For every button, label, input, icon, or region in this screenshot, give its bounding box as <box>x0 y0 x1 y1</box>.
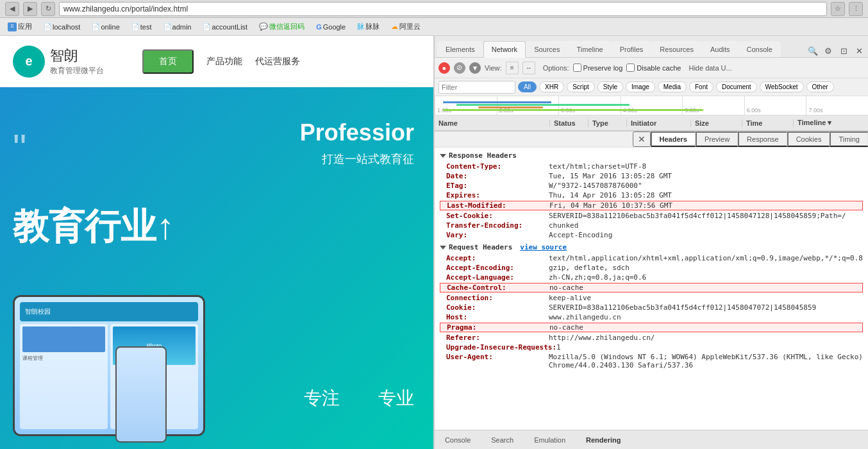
filter-media[interactable]: Media <box>658 81 687 92</box>
bottom-tab-rendering[interactable]: Rendering <box>581 434 626 446</box>
logo-icon: e <box>13 46 45 78</box>
bookmark-label: accountList <box>212 23 247 31</box>
bookmark-online[interactable]: 📄 online <box>88 22 123 32</box>
google-icon: G <box>316 23 322 31</box>
bottom-tab-emulation[interactable]: Emulation <box>529 434 571 446</box>
refresh-button[interactable]: ↻ <box>41 2 55 16</box>
tablet-screen: 智朗校园 课程管理 Photo <box>15 297 203 434</box>
filter-all[interactable]: All <box>518 81 537 92</box>
bookmark-google[interactable]: G Google <box>312 22 349 32</box>
quote-decoration: " <box>13 126 26 170</box>
devtools-close-icon[interactable]: ✕ <box>853 44 865 57</box>
bookmark-label: 阿里云 <box>399 22 421 31</box>
bookmark-aliyun[interactable]: ☁ 阿里云 <box>387 21 424 33</box>
header-val: Fri, 04 Mar 2016 10:37:56 GMT <box>549 201 672 210</box>
header-date: Date: Tue, 15 Mar 2016 13:05:28 GMT <box>440 172 863 180</box>
filter-xhr[interactable]: XHR <box>539 81 564 92</box>
detail-tab-response[interactable]: Response <box>738 131 787 147</box>
header-val: W/"9372-1457087876000" <box>549 182 642 190</box>
bookmark-test[interactable]: 📄 test <box>128 22 156 32</box>
filter-script[interactable]: Script <box>567 81 595 92</box>
network-toolbar: ● ⊘ ▼ View: ≡ ↔ Options: Preserve log Di… <box>435 58 868 78</box>
detail-tab-headers[interactable]: Headers <box>651 131 696 147</box>
hero-focus: 专注 <box>304 386 340 411</box>
bookmark-localhost[interactable]: 📄 localhost <box>40 22 84 32</box>
back-button[interactable]: ◀ <box>5 2 19 16</box>
view-list-button[interactable]: ↔ <box>522 62 535 74</box>
filter-document[interactable]: Document <box>716 81 757 92</box>
filter-font[interactable]: Font <box>689 81 714 92</box>
filter-image[interactable]: Image <box>626 81 655 92</box>
tablet-mockup: 智朗校园 课程管理 Photo <box>13 295 205 436</box>
preserve-log-checkbox[interactable] <box>573 64 581 72</box>
header-val: SERVERID=838a112106ebac5b3fa041f5d4cff01… <box>549 212 846 220</box>
filter-button[interactable]: ▼ <box>469 62 481 74</box>
tab-elements[interactable]: Elements <box>437 41 483 57</box>
filter-websocket[interactable]: WebSocket <box>760 81 804 92</box>
disable-cache-label[interactable]: Disable cache <box>626 64 681 72</box>
detail-tab-cookies[interactable]: Cookies <box>787 131 830 147</box>
detail-tab-preview[interactable]: Preview <box>696 131 738 147</box>
response-headers-section: Response Headers Content-Type: text/html… <box>440 151 863 239</box>
site-header: e 智朗 教育管理微平台 首页 产品功能 代运营服务 <box>0 36 433 87</box>
hero-professional: 专业 <box>378 386 414 411</box>
bookmark-admin[interactable]: 📄 admin <box>160 22 196 32</box>
filter-other[interactable]: Other <box>806 81 834 92</box>
detail-tab-timing[interactable]: Timing <box>830 131 868 147</box>
website-panel: e 智朗 教育管理微平台 首页 产品功能 代运营服务 " <box>0 36 434 449</box>
record-button[interactable]: ● <box>438 62 450 74</box>
view-source-link[interactable]: view source <box>520 243 567 251</box>
request-bar-4 <box>443 109 703 111</box>
bookmark-wechat[interactable]: 💬 微信返回码 <box>255 21 308 33</box>
request-bar-3 <box>478 106 543 108</box>
bookmark-apps[interactable]: ⠿ 应用 <box>4 21 36 33</box>
nav-product-link[interactable]: 产品功能 <box>206 56 242 67</box>
maimai-icon: 脉 <box>357 22 364 31</box>
view-grid-button[interactable]: ≡ <box>506 62 519 74</box>
header-key: Connection: <box>446 294 549 302</box>
detail-close-button[interactable]: ✕ <box>633 131 651 147</box>
request-headers-section: Request Headers view source Accept: text… <box>440 243 863 369</box>
nav-service-link[interactable]: 代运营服务 <box>255 56 300 67</box>
bookmark-maimaimai[interactable]: 脉 脉脉 <box>353 21 383 33</box>
devtools-search-icon[interactable]: 🔍 <box>806 44 819 57</box>
bottom-tab-console[interactable]: Console <box>440 434 476 446</box>
detail-tabs: ✕ Headers Preview Response Cookies Timin… <box>435 131 868 148</box>
forward-button[interactable]: ▶ <box>23 2 37 16</box>
address-bar[interactable]: www.zhilangedu.cn/portal/index.html <box>59 2 827 16</box>
hero-profession-text: Professior <box>300 119 414 146</box>
settings-button[interactable]: ⋮ <box>849 2 863 16</box>
tab-timeline[interactable]: Timeline <box>568 41 611 57</box>
header-key: Transfer-Encoding: <box>446 221 549 230</box>
preserve-log-label[interactable]: Preserve log <box>573 64 623 72</box>
tab-profiles[interactable]: Profiles <box>612 41 652 57</box>
req-header-upgrade-insecure: Upgrade-Insecure-Requests: 1 <box>440 343 863 352</box>
hero-bottom-text: 专注 专业 <box>304 386 414 411</box>
tick-4s: 4.00s <box>621 96 683 115</box>
tab-console[interactable]: Console <box>739 41 781 57</box>
response-headers-title[interactable]: Response Headers <box>440 151 863 160</box>
tab-sources[interactable]: Sources <box>526 41 568 57</box>
tab-audits[interactable]: Audits <box>702 41 739 57</box>
devtools-settings-icon[interactable]: ⚙ <box>822 44 835 57</box>
devtools-dock-icon[interactable]: ⊡ <box>837 44 850 57</box>
bottom-tab-search[interactable]: Search <box>486 434 519 446</box>
column-header-type: Type <box>588 119 627 127</box>
filter-style[interactable]: Style <box>597 81 623 92</box>
bookmark-button[interactable]: ☆ <box>831 2 845 16</box>
filter-input[interactable] <box>438 81 515 94</box>
disable-cache-checkbox[interactable] <box>626 64 635 72</box>
request-bar-1 <box>443 101 551 103</box>
stop-button[interactable]: ⊘ <box>454 62 465 74</box>
tab-network[interactable]: Network <box>483 41 526 58</box>
header-expires: Expires: Thu, 14 Apr 2016 13:05:28 GMT <box>440 191 863 199</box>
request-headers-title[interactable]: Request Headers view source <box>440 243 863 251</box>
header-key: Host: <box>446 313 549 321</box>
tab-resources[interactable]: Resources <box>651 41 702 57</box>
bookmark-label: admin <box>172 23 192 31</box>
bookmark-accountlist[interactable]: 📄 accountList <box>199 22 251 32</box>
wechat-icon: 💬 <box>259 22 268 31</box>
nav-home-button[interactable]: 首页 <box>142 49 194 74</box>
header-val: 1 <box>556 343 561 352</box>
header-key: Set-Cookie: <box>446 212 549 220</box>
